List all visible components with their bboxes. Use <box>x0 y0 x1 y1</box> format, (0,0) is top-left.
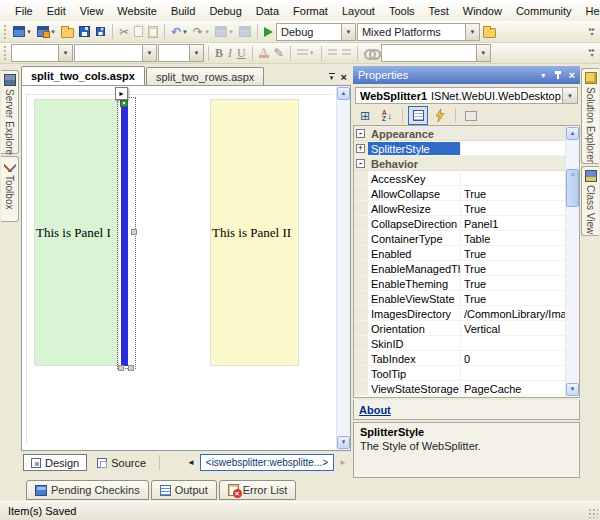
solution-platform-combo[interactable]: Mixed Platforms▼ <box>357 23 480 41</box>
tag-navigator-next-icon[interactable]: ► <box>337 458 349 467</box>
property-row[interactable]: EnableViewState True <box>354 291 565 306</box>
property-row[interactable]: EnableManagedThen True <box>354 261 565 276</box>
property-value[interactable] <box>461 148 565 149</box>
toolbar-grip[interactable] <box>4 46 7 60</box>
chevron-down-icon[interactable]: ▼ <box>562 88 577 103</box>
expander-icon[interactable]: + <box>356 144 365 153</box>
save-all-button[interactable] <box>93 22 108 42</box>
property-row[interactable]: ToolTip <box>354 366 565 381</box>
chevron-down-icon[interactable]: ▼ <box>189 45 203 61</box>
numbered-list-button[interactable] <box>340 43 353 63</box>
document-tab[interactable]: split_two_cols.aspx <box>21 66 145 85</box>
menu-item[interactable]: Window <box>456 2 509 20</box>
start-debug-button[interactable] <box>262 22 275 42</box>
alignment-button[interactable]: ▼ <box>295 43 317 63</box>
highlight-button[interactable]: ✎ <box>272 43 286 63</box>
menu-item[interactable]: Community <box>509 2 579 20</box>
tab-output[interactable]: Output <box>151 480 217 500</box>
sidebar-tab-solution-explorer[interactable]: Solution Explorer <box>581 68 599 164</box>
scroll-down-icon[interactable]: ▼ <box>566 383 579 396</box>
close-document-icon[interactable]: × <box>341 72 347 82</box>
navigate-backward-button[interactable]: ▼ <box>213 22 236 42</box>
chevron-down-icon[interactable]: ▼ <box>476 45 490 61</box>
scroll-up-icon[interactable]: ▲ <box>337 87 350 100</box>
undo-button[interactable]: ↶▼ <box>169 22 190 42</box>
design-surface[interactable]: This is Panel I This is Panel II ► ▲ ▼ <box>21 85 351 451</box>
find-in-files-button[interactable] <box>481 22 498 42</box>
close-icon[interactable]: × <box>569 71 575 80</box>
property-value[interactable]: Vertical <box>461 322 565 335</box>
toolbar-overflow-button[interactable]: ▸▸▾ <box>589 27 597 37</box>
smart-tag-button[interactable]: ► <box>115 87 128 100</box>
property-row[interactable]: AccessKey <box>354 171 565 186</box>
properties-title-bar[interactable]: Properties ▼ × <box>353 66 580 84</box>
scroll-up-icon[interactable]: ▲ <box>566 127 579 140</box>
property-row[interactable]: ImagesDirectory /CommonLibrary/Images <box>354 306 565 321</box>
menu-item[interactable]: Layout <box>335 2 382 20</box>
property-value[interactable] <box>461 178 565 179</box>
properties-view-button[interactable] <box>408 106 428 125</box>
expander-icon[interactable]: - <box>356 159 365 168</box>
scrollbar-thumb[interactable]: ≡ <box>566 169 579 207</box>
scroll-down-icon[interactable]: ▼ <box>337 436 350 449</box>
underline-button[interactable]: U <box>235 43 248 63</box>
menu-item[interactable]: Tools <box>382 2 422 20</box>
hyperlink-button[interactable] <box>362 43 380 63</box>
property-row[interactable]: AllowResize True <box>354 201 565 216</box>
toolbar-overflow-button[interactable]: ▸▸▾ <box>589 48 597 58</box>
property-value[interactable]: True <box>461 277 565 290</box>
splitter-bar[interactable] <box>121 99 128 366</box>
sidebar-tab-server-explorer[interactable]: Server Explorer <box>1 70 19 154</box>
tag-navigator-prev-icon[interactable]: ◄ <box>185 458 197 467</box>
property-row[interactable]: - Appearance <box>354 126 565 141</box>
toolbar-grip[interactable] <box>4 25 7 39</box>
property-row[interactable]: ViewStateStorage PageCache <box>354 381 565 396</box>
tab-error-list[interactable]: Error List <box>219 480 297 500</box>
bullet-list-button[interactable] <box>326 43 339 63</box>
property-value[interactable] <box>461 343 565 344</box>
designer-scrollbar[interactable]: ▲ ▼ <box>336 86 350 450</box>
property-row[interactable]: + SplitterStyle <box>354 141 565 156</box>
property-value[interactable] <box>461 373 565 374</box>
menu-item[interactable]: File <box>8 2 40 20</box>
cut-button[interactable]: ✂ <box>117 22 131 42</box>
property-pages-button[interactable] <box>461 106 481 125</box>
property-value[interactable]: True <box>461 292 565 305</box>
design-view-button[interactable]: Design <box>23 454 87 471</box>
selection-handle[interactable] <box>131 229 137 235</box>
paste-button[interactable] <box>146 22 160 42</box>
font-color-button[interactable]: A <box>257 43 271 63</box>
property-row[interactable]: CollapseDirection Panel1 <box>354 216 565 231</box>
property-value[interactable]: /CommonLibrary/Images <box>461 307 565 320</box>
property-value[interactable]: True <box>461 262 565 275</box>
italic-button[interactable]: I <box>226 43 234 63</box>
object-selector-combo[interactable]: WebSplitter1 ISNet.WebUI.WebDesktop.Web … <box>355 87 578 104</box>
pin-icon[interactable] <box>554 71 562 80</box>
font-size-combo[interactable]: ▼ <box>158 44 204 62</box>
property-row[interactable]: ContainerType Table <box>354 231 565 246</box>
save-button[interactable] <box>77 22 92 42</box>
expander-icon[interactable]: - <box>356 129 365 138</box>
property-row[interactable]: - Behavior <box>354 156 565 171</box>
events-view-button[interactable] <box>430 106 450 125</box>
alphabetical-sort-button[interactable]: AZ↓ <box>377 106 397 125</box>
chevron-down-icon[interactable]: ▼ <box>465 24 479 40</box>
new-project-button[interactable]: ▼ <box>11 22 34 42</box>
open-file-button[interactable] <box>59 22 76 42</box>
property-row[interactable]: EnableTheming True <box>354 276 565 291</box>
about-link[interactable]: About <box>359 404 391 416</box>
designer-panel-1[interactable]: This is Panel I <box>34 99 119 366</box>
menu-item[interactable]: Test <box>422 2 456 20</box>
menu-item[interactable]: Edit <box>40 2 73 20</box>
property-row[interactable]: TabIndex 0 <box>354 351 565 366</box>
solution-configuration-combo[interactable]: Debug▼ <box>276 23 356 41</box>
menu-item[interactable]: Data <box>249 2 286 20</box>
property-value[interactable]: True <box>461 202 565 215</box>
chevron-down-icon[interactable]: ▼ <box>341 24 355 40</box>
copy-button[interactable] <box>132 22 145 42</box>
menu-item[interactable]: Format <box>286 2 335 20</box>
menu-item[interactable]: View <box>73 2 111 20</box>
property-value[interactable]: Table <box>461 232 565 245</box>
active-files-dropdown-icon[interactable]: ▼ <box>329 73 335 81</box>
source-view-button[interactable]: Source <box>90 454 153 471</box>
